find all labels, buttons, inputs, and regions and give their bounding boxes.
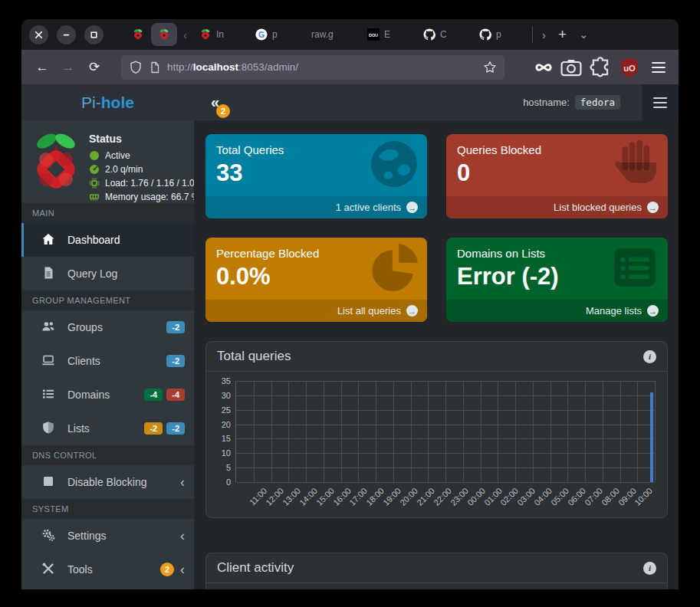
chart-plot-area [235,381,655,482]
card-queries-blocked: Queries Blocked0List blocked queries→ [446,134,668,218]
info-icon[interactable]: i [643,562,656,575]
browser-tab[interactable]: C [417,23,473,46]
card-body: Percentage Blocked0.0% [205,238,427,300]
camera-icon[interactable] [560,57,582,78]
sidebar-item-lists[interactable]: Lists-2-2 [21,412,194,445]
browser-tab[interactable] [125,23,151,46]
browser-window: ‹InGpraw.gDOUECp›+⌄ ← → ⟳ http://localho… [21,19,679,589]
app-header: « 2 hostname: fedora [194,84,679,120]
memory-icon [89,192,100,202]
shield-icon [41,421,57,436]
github-favicon-icon [479,28,491,41]
ublock-icon[interactable]: uO [619,57,640,78]
sidebar-user-panel: Status Active2.0 q/minLoad: 1.76 / 1.16 … [21,120,194,203]
total-queries-panel: Total queries i 35302520151050 11:0012:0… [205,341,668,518]
card-footer-label: 1 active clients [336,202,401,213]
hostname-label: hostname: [523,97,570,108]
reload-button[interactable]: ⟳ [83,56,106,79]
sidebar-item-query-log[interactable]: Query Log [21,257,194,290]
stop-icon [41,474,57,490]
sidebar-item-label: Dashboard [67,234,120,246]
infinity-icon[interactable] [534,57,553,78]
back-button[interactable]: ← [31,56,54,79]
pihole-app: Pi-hole « 2 hostname: fedora [21,84,679,589]
sidebar-item-settings[interactable]: Settings‹ [21,519,194,553]
sidebar-collapse-button[interactable]: « 2 [211,94,219,111]
sidebar-item-dashboard[interactable]: Dashboard [21,223,194,257]
panel-title: Client activity [217,560,294,576]
x-tick-label: 09:00 [616,486,638,507]
new-tab-button[interactable]: + [552,24,573,45]
tab-label: p [272,29,278,40]
card-body: Domains on ListsError (-2) [446,238,668,300]
browser-tab[interactable]: DOUE [361,23,417,46]
browser-tab-active[interactable] [151,23,177,46]
gridline [481,381,481,482]
forward-button[interactable]: → [57,56,80,79]
pihole-brand[interactable]: Pi-hole [21,84,194,120]
x-tick-label: 19:00 [381,486,403,507]
panel-title: Total queries [217,349,291,364]
browser-tab[interactable]: In [193,23,249,46]
tab-label: C [440,29,447,40]
browser-tab[interactable]: Gp [249,23,305,46]
info-icon[interactable]: i [643,350,656,363]
tracking-protection-shield-icon[interactable] [129,57,143,78]
x-tick-label: 13:00 [281,486,302,507]
browser-tab[interactable]: p [473,23,529,46]
chevron-left-icon: ‹ [180,529,185,543]
list-tabs-button[interactable]: ⌄ [573,24,595,45]
navigation-toolbar: ← → ⟳ http://localhost:8053/admin/ uO [21,50,679,84]
maximize-window-button[interactable] [84,25,104,44]
status-row: 2.0 q/min [89,164,194,175]
minimize-window-button[interactable] [57,25,76,44]
count-badge: -2 [144,422,163,435]
header-menu-button[interactable] [642,84,679,120]
svg-text:DOU: DOU [369,33,378,38]
arrow-circle-right-icon: → [647,305,659,317]
sidebar-item-clients[interactable]: Clients-2 [21,344,194,378]
card-total-queries: Total Queries331 active clients→ [205,134,427,218]
page-info-icon[interactable] [149,57,161,78]
gridline [550,381,551,482]
url-text: http://localhost:8053/admin/ [167,61,477,73]
gridline [358,381,359,482]
gridline [288,381,289,482]
card-footer-link[interactable]: List blocked queries→ [446,196,668,218]
pie-icon [369,242,419,293]
svg-text:uO: uO [623,63,636,72]
sidebar-item-groups[interactable]: Groups-2 [21,310,194,344]
gridline [445,381,446,482]
x-tick-label: 16:00 [331,486,353,507]
hostname-value: fedora [575,95,620,110]
tab-scroll-left-button[interactable]: ‹ [177,24,193,45]
card-footer-link[interactable]: Manage lists→ [446,300,668,322]
count-badge: -2 [166,355,185,367]
puzzle-icon[interactable] [590,57,611,78]
url-bar[interactable]: http://localhost:8053/admin/ [121,55,504,80]
card-body: Total Queries33 [205,134,427,196]
sidebar: Status Active2.0 q/minLoad: 1.76 / 1.16 … [21,120,194,589]
sidebar-item-domains[interactable]: Domains-4-4 [21,378,194,412]
card-footer-link[interactable]: List all queries→ [205,300,427,322]
bookmark-star-icon[interactable] [483,57,497,78]
gridline [620,381,621,482]
item-extras: -2 [166,355,185,367]
card-footer-link[interactable]: 1 active clients→ [205,196,427,218]
menu-icon[interactable] [648,57,669,78]
gridline [271,381,272,482]
sidebar-item-disable-blocking[interactable]: Disable Blocking‹ [21,465,194,499]
status-row: Active [89,150,194,161]
x-tick-label: 23:00 [449,486,470,507]
sidebar-section-system: SYSTEM [21,499,194,519]
status-row: Memory usage: 66.7 % [89,192,194,202]
pihole-favicon-icon [132,28,144,41]
panel-header: Total queries i [206,342,667,372]
close-window-button[interactable] [29,25,48,44]
gridline [603,381,603,482]
tab-scroll-right-button[interactable]: › [536,24,552,45]
sidebar-section-dns-control: DNS CONTROL [21,445,194,465]
sidebar-item-tools[interactable]: Tools2‹ [21,553,194,586]
browser-tab[interactable]: raw.g [305,23,361,46]
x-tick-label: 22:00 [432,486,453,507]
